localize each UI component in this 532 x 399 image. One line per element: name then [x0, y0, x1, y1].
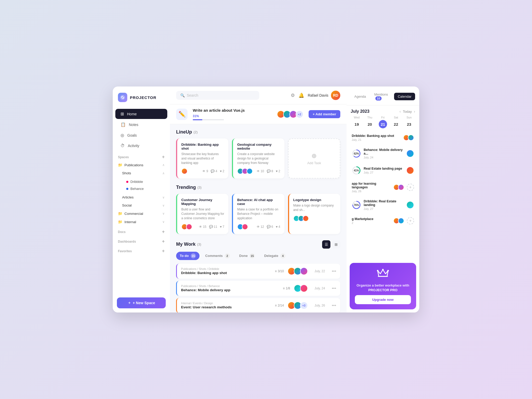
folder-icon: 📁 [118, 163, 122, 167]
work-row-3-avatars: +3 [288, 302, 308, 309]
work-row-3: Internal / Events / Design Event: User r… [176, 298, 340, 312]
search-placeholder: Search [187, 93, 198, 97]
work-row-3-more[interactable]: ••• [332, 303, 336, 308]
sidebar-item-publications[interactable]: 📁 Publications ∧ [113, 161, 170, 169]
sidebar-item-shots[interactable]: Shots ∧ [113, 169, 170, 177]
cal-day-thu: Thu 20 [364, 116, 376, 128]
trend2-avatar-2 [242, 224, 248, 230]
settings-icon[interactable]: ⚙ [291, 92, 295, 98]
chevron-commercial-icon: ∨ [162, 212, 165, 215]
trending-card-3-footer [293, 215, 336, 222]
work-row-1: Publications / Shots / Dribbble Dribbble… [176, 264, 340, 279]
work-row-2-more[interactable]: ••• [332, 286, 336, 291]
grid-view-button[interactable]: ⊞ [332, 240, 340, 249]
bell-icon[interactable]: 🔔 [298, 92, 304, 98]
work2-avatar-2 [300, 284, 308, 292]
cal-day-fri: Fri 21 [377, 116, 389, 128]
done-tab[interactable]: Done 15 [236, 252, 258, 260]
right-panel: Agenda Mentions 10 Calendar July 2023 ‹ … [347, 87, 419, 312]
event4-plus-icon[interactable]: + [407, 184, 414, 191]
project-banner: ✏️ Write an article about Vue.js 31% +2 … [170, 104, 347, 124]
cal-event-4-avatars [393, 184, 404, 190]
work-row-2: Publications / Shots / Behance Behance: … [176, 281, 340, 296]
add-member-button[interactable]: + Add member [309, 110, 340, 118]
work-row-2-avatars [294, 284, 308, 292]
sidebar-item-behance[interactable]: Behance [113, 185, 170, 192]
add-task-card[interactable]: ⊕ Add Task [288, 138, 340, 178]
progress-fill [193, 119, 202, 120]
tab-agenda[interactable]: Agenda [351, 93, 370, 100]
work-row-1-more[interactable]: ••• [332, 269, 336, 274]
trending-card-1: Customer Journey Mapping Build a user fl… [176, 194, 228, 234]
sidebar-item-social[interactable]: Social ∨ [113, 201, 170, 209]
cal-event-3-progress-ring: 41% [352, 166, 361, 175]
work-row-1-avatars [288, 267, 308, 275]
work-row-3-info: Internal / Events / Design Event: User r… [181, 302, 271, 309]
cal-event-6[interactable]: g Marketplace 2 + [350, 215, 416, 227]
cal-event-4[interactable]: app for learning languages July, 26 + [350, 179, 416, 195]
goals-icon: ◎ [121, 133, 124, 138]
search-icon: 🔍 [180, 93, 185, 97]
cal-event-5-progress-ring: 76% [352, 200, 361, 210]
upgrade-button[interactable]: Upgrade now [355, 295, 411, 304]
next-month-button[interactable]: › [414, 109, 415, 114]
tab-calendar[interactable]: Calendar [394, 93, 415, 100]
tab-mentions[interactable]: Mentions 10 [371, 91, 393, 102]
list-view-button[interactable]: ☰ [322, 240, 330, 249]
today-button[interactable]: Today [403, 110, 412, 114]
sidebar-item-home[interactable]: ⊞ Home [115, 109, 167, 119]
trending-card-2: Behance: AI chat app case Make a case fo… [232, 194, 284, 234]
sidebar-item-internal[interactable]: 📁 Internal ∨ [113, 218, 170, 226]
search-box[interactable]: 🔍 Search [176, 91, 259, 100]
cal-event-2[interactable]: 62% Behance: Mobile delivery a... July, … [350, 145, 416, 162]
banner-icon: ✏️ [176, 109, 188, 120]
sidebar-item-notes[interactable]: 📋 Notes [115, 119, 167, 130]
sidebar-item-activity[interactable]: ⏱ Activity [115, 141, 167, 151]
content-scroll: LineUp (2) Dribbble: Banking app shot Sh… [170, 124, 347, 312]
cal-day-wed: Wed 19 [351, 116, 363, 128]
prev-month-button[interactable]: ‹ [400, 109, 401, 114]
todo-tab[interactable]: To do 15 [176, 252, 200, 260]
add-docs-icon[interactable]: + [162, 229, 165, 235]
pro-text: Organize a better workplace with PROJECT… [357, 283, 409, 292]
delegate-tab[interactable]: Delegate 4 [261, 252, 289, 260]
lineup-card-2-avatars [237, 168, 253, 174]
add-favorites-icon[interactable]: + [162, 248, 165, 254]
cal-event-1-info: Dribbble: Banking app shot July, 21 [352, 134, 401, 141]
trend3-avatar-3 [303, 215, 309, 222]
sidebar-item-commercial[interactable]: 📁 Commercial ∨ [113, 209, 170, 218]
chevron-shots-icon: ∧ [162, 171, 165, 175]
new-space-button[interactable]: ＋ + New Space [117, 297, 166, 308]
cal-event-2-info: Behance: Mobile delivery a... July, 24 [364, 148, 405, 159]
trending-card-3: Logotype design Make a logo design compa… [288, 194, 340, 234]
cal-event-3[interactable]: 41% Real Estate landing page July, 27 [350, 163, 416, 178]
cal-event-6-info: g Marketplace 2 [352, 217, 391, 224]
sidebar-item-goals[interactable]: ◎ Goals [115, 130, 167, 140]
pro-banner: Organize a better workplace with PROJECT… [350, 263, 416, 309]
notes-icon: 📋 [121, 122, 126, 127]
sidebar-item-articles[interactable]: Articles ∨ [113, 193, 170, 201]
cal-event-1[interactable]: Dribbble: Banking app shot July, 21 [350, 131, 416, 144]
internal-folder-icon: 📁 [118, 220, 122, 224]
cal-day-sat: Sat 22 [390, 116, 402, 128]
sidebar-item-dribbble[interactable]: Dribbble [113, 178, 170, 185]
work-row-1-info: Publications / Shots / Dribbble Dribbble… [181, 267, 271, 275]
shots-children: Dribbble Behance [113, 177, 170, 193]
add-member-label: + Add member [313, 112, 336, 116]
event6-plus-icon[interactable]: + [407, 217, 414, 224]
add-space-icon[interactable]: + [162, 154, 165, 160]
trending-grid: Customer Journey Mapping Build a user fl… [176, 194, 340, 234]
event1-avatar-2 [408, 135, 414, 141]
calendar-header: July 2023 ‹ Today › [347, 105, 419, 116]
my-work-title: My Work (3) [176, 242, 201, 247]
work-tabs: To do 15 Comments 2 Done 15 Delegate 4 [176, 252, 340, 260]
banner-progress: 31% [193, 114, 272, 120]
lineup-grid: Dribbble: Banking app shot Showcase the … [176, 138, 340, 178]
add-dashboards-icon[interactable]: + [162, 239, 165, 244]
lineup-card-2-footer: 👁 10 💬 8 ♥ 2 [237, 168, 280, 174]
lineup-card-2: Geological company website Create a corp… [232, 138, 284, 178]
cal-event-5[interactable]: 76% Dribbble: Real Estate landing July, … [350, 197, 416, 213]
trend1-avatar-2 [186, 224, 192, 230]
trending-card-1-footer: 👁 15 💬 11 ♥ 7 [181, 224, 224, 230]
comments-tab[interactable]: Comments 2 [202, 252, 234, 260]
